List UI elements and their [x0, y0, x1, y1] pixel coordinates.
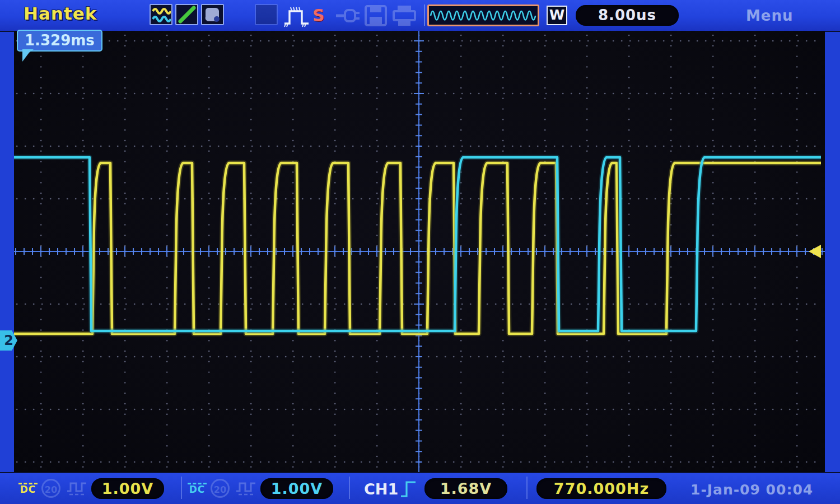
ch1-coupling-label: DC — [20, 486, 36, 494]
ch2-scale-readout[interactable]: 1.00V — [260, 478, 333, 499]
bottombar-divider — [526, 477, 528, 499]
ch2-bandwidth-icon[interactable]: 20 — [211, 479, 230, 498]
bottom-status-bar: DC 20 1.00V DC 20 1.00V CH1 1.68V 770.00… — [0, 472, 840, 504]
bottombar-divider — [181, 477, 182, 499]
waveform-canvas — [0, 0, 840, 504]
ch2-trace — [14, 157, 821, 331]
trigger-level-readout[interactable]: 1.68V — [424, 478, 507, 499]
delay-readout-tag: 1.329ms — [17, 30, 102, 52]
ch1-scale-readout[interactable]: 1.00V — [91, 478, 164, 499]
ch1-bandwidth-icon[interactable]: 20 — [41, 479, 60, 498]
ch2-invert-icon[interactable] — [235, 481, 258, 496]
datetime-readout: 1-Jan-09 00:04 — [690, 482, 813, 498]
frequency-readout: 770.000Hz — [536, 478, 666, 499]
trigger-source-label: CH1 — [364, 480, 398, 498]
trigger-level-marker[interactable] — [809, 245, 821, 258]
ch2-coupling-label: DC — [189, 486, 206, 494]
bottombar-divider — [349, 477, 350, 499]
ch1-coupling-icon[interactable]: DC — [17, 478, 39, 498]
ch2-coupling-icon[interactable]: DC — [186, 478, 208, 498]
trigger-slope-icon[interactable] — [399, 479, 421, 499]
ch1-invert-icon[interactable] — [66, 481, 88, 496]
oscilloscope-ui: { "header": { "logo": "Hantek", "toolbar… — [0, 0, 840, 504]
delay-tag-pointer-icon — [22, 49, 34, 62]
